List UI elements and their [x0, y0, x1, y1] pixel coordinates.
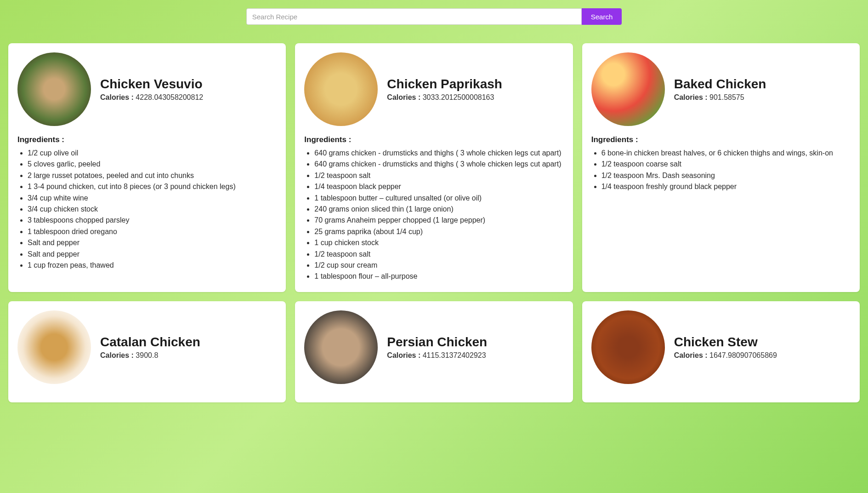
recipe-image — [17, 52, 91, 126]
calories-value: 4228.043058200812 — [136, 93, 203, 101]
calories-label: Calories : — [100, 93, 136, 101]
calories-label: Calories : — [100, 351, 136, 359]
recipe-info: Chicken PaprikashCalories : 3033.2012500… — [387, 77, 502, 102]
ingredients-label: Ingredients : — [17, 135, 277, 144]
ingredients-list: 6 bone-in chicken breast halves, or 6 ch… — [591, 148, 851, 192]
search-button[interactable]: Search — [582, 8, 622, 25]
calories-label: Calories : — [387, 93, 422, 101]
recipe-image — [304, 310, 378, 384]
recipe-calories: Calories : 4115.31372402923 — [387, 351, 487, 360]
ingredients-list: 640 grams chicken - drumsticks and thigh… — [304, 148, 563, 282]
recipe-title: Persian Chicken — [387, 335, 487, 350]
recipe-calories: Calories : 901.58575 — [674, 93, 766, 102]
search-bar: Search — [8, 8, 860, 25]
recipe-info: Chicken VesuvioCalories : 4228.043058200… — [100, 77, 203, 102]
ingredient-item: 1 3-4 pound chicken, cut into 8 pieces (… — [28, 182, 277, 192]
recipe-header: Persian ChickenCalories : 4115.313724029… — [304, 310, 563, 384]
recipe-title: Baked Chicken — [674, 77, 766, 92]
calories-label: Calories : — [674, 351, 709, 359]
recipe-grid: Chicken VesuvioCalories : 4228.043058200… — [8, 43, 860, 402]
recipe-card: Catalan ChickenCalories : 3900.8 — [8, 301, 286, 402]
recipe-header: Chicken VesuvioCalories : 4228.043058200… — [17, 52, 277, 126]
ingredient-item: 640 grams chicken - drumsticks and thigh… — [314, 148, 563, 158]
recipe-title: Chicken Stew — [674, 335, 777, 350]
recipe-calories: Calories : 3900.8 — [100, 351, 200, 360]
recipe-image — [591, 310, 665, 384]
ingredient-item: 1/2 cup olive oil — [28, 148, 277, 158]
recipe-calories: Calories : 1647.980907065869 — [674, 351, 777, 360]
recipe-info: Persian ChickenCalories : 4115.313724029… — [387, 335, 487, 360]
recipe-card: Chicken StewCalories : 1647.980907065869 — [582, 301, 860, 402]
ingredient-item: 640 grams chicken - drumsticks and thigh… — [314, 159, 563, 169]
ingredient-item: 3/4 cup white wine — [28, 193, 277, 203]
recipe-info: Catalan ChickenCalories : 3900.8 — [100, 335, 200, 360]
ingredient-item: 1 cup chicken stock — [314, 238, 563, 248]
ingredient-item: 1/2 cup sour cream — [314, 260, 563, 270]
ingredient-item: 70 grams Anaheim pepper chopped (1 large… — [314, 215, 563, 225]
ingredients-label: Ingredients : — [304, 135, 563, 144]
ingredient-item: 2 large russet potatoes, peeled and cut … — [28, 171, 277, 181]
recipe-image — [591, 52, 665, 126]
recipe-card: Chicken PaprikashCalories : 3033.2012500… — [295, 43, 573, 292]
recipe-header: Catalan ChickenCalories : 3900.8 — [17, 310, 277, 384]
recipe-header: Chicken StewCalories : 1647.980907065869 — [591, 310, 851, 384]
recipe-calories: Calories : 3033.2012500008163 — [387, 93, 502, 102]
recipe-info: Chicken StewCalories : 1647.980907065869 — [674, 335, 777, 360]
ingredient-item: 6 bone-in chicken breast halves, or 6 ch… — [601, 148, 851, 158]
calories-value: 3033.2012500008163 — [423, 93, 494, 101]
ingredient-item: 3/4 cup chicken stock — [28, 204, 277, 214]
calories-label: Calories : — [674, 93, 709, 101]
ingredients-list: 1/2 cup olive oil5 cloves garlic, peeled… — [17, 148, 277, 270]
ingredient-item: Salt and pepper — [28, 249, 277, 259]
ingredient-item: 1 tablespoon flour – all-purpose — [314, 271, 563, 281]
ingredient-item: 1 cup frozen peas, thawed — [28, 260, 277, 270]
ingredient-item: 5 cloves garlic, peeled — [28, 159, 277, 169]
recipe-image — [17, 310, 91, 384]
recipe-info: Baked ChickenCalories : 901.58575 — [674, 77, 766, 102]
ingredient-item: Salt and pepper — [28, 238, 277, 248]
recipe-image — [304, 52, 378, 126]
recipe-card: Chicken VesuvioCalories : 4228.043058200… — [8, 43, 286, 292]
ingredient-item: 25 grams paprika (about 1/4 cup) — [314, 227, 563, 237]
ingredient-item: 1 tablespoon butter – cultured unsalted … — [314, 193, 563, 203]
ingredient-item: 1/2 teaspoon salt — [314, 171, 563, 181]
recipe-title: Chicken Vesuvio — [100, 77, 203, 92]
calories-value: 901.58575 — [709, 93, 744, 101]
calories-value: 4115.31372402923 — [423, 351, 486, 359]
ingredient-item: 3 tablespoons chopped parsley — [28, 215, 277, 225]
ingredient-item: 1/4 teaspoon freshly ground black pepper — [601, 182, 851, 192]
ingredient-item: 1/4 teaspoon black pepper — [314, 182, 563, 192]
recipe-header: Chicken PaprikashCalories : 3033.2012500… — [304, 52, 563, 126]
ingredients-label: Ingredients : — [591, 135, 851, 144]
calories-value: 3900.8 — [136, 351, 158, 359]
ingredient-item: 240 grams onion sliced thin (1 large oni… — [314, 204, 563, 214]
ingredient-item: 1/2 teaspoon coarse salt — [601, 159, 851, 169]
recipe-title: Catalan Chicken — [100, 335, 200, 350]
ingredient-item: 1 tablespoon dried oregano — [28, 227, 277, 237]
search-input[interactable] — [246, 8, 582, 25]
ingredient-item: 1/2 teaspoon salt — [314, 249, 563, 259]
recipe-title: Chicken Paprikash — [387, 77, 502, 92]
recipe-calories: Calories : 4228.043058200812 — [100, 93, 203, 102]
recipe-header: Baked ChickenCalories : 901.58575 — [591, 52, 851, 126]
ingredient-item: 1/2 teaspoon Mrs. Dash seasoning — [601, 171, 851, 181]
recipe-card: Persian ChickenCalories : 4115.313724029… — [295, 301, 573, 402]
calories-label: Calories : — [387, 351, 422, 359]
recipe-card: Baked ChickenCalories : 901.58575Ingredi… — [582, 43, 860, 292]
calories-value: 1647.980907065869 — [709, 351, 777, 359]
